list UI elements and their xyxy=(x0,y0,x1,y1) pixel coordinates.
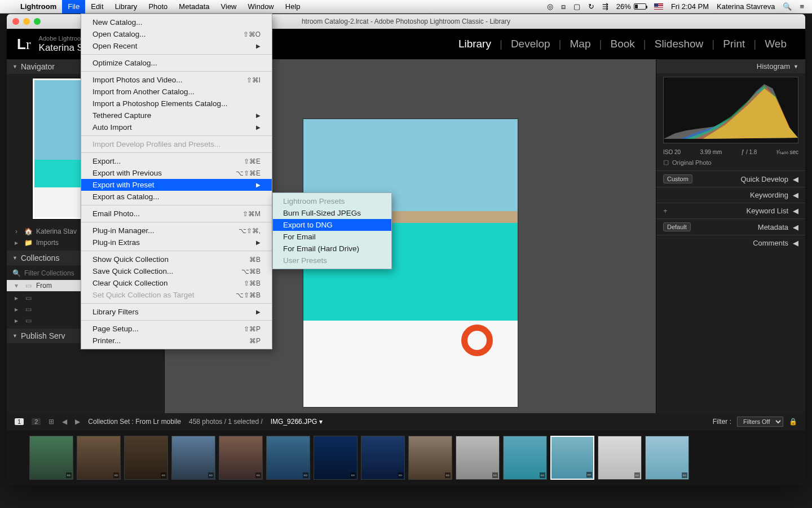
input-source-icon[interactable] xyxy=(654,3,663,10)
module-library[interactable]: Library xyxy=(450,38,500,50)
source-path[interactable]: Collection Set : From Lr mobile xyxy=(88,418,181,426)
keyword-list-header[interactable]: +Keyword List◀ xyxy=(656,203,805,218)
menu-import-pse-catalog[interactable]: Import a Photoshop Elements Catalog... xyxy=(81,98,272,110)
menu-page-setup[interactable]: Page Setup...⇧⌘P xyxy=(81,323,272,335)
main-display-badge[interactable]: 1 xyxy=(15,418,24,425)
folder-icon: 📁 xyxy=(24,239,32,247)
metadata-header[interactable]: DefaultMetadata◀ xyxy=(656,218,805,235)
quick-develop-header[interactable]: CustomQuick Develop◀ xyxy=(656,170,805,187)
spotlight-icon[interactable]: 🔍 xyxy=(783,2,792,11)
histogram[interactable] xyxy=(663,77,798,143)
zoom-window-button[interactable] xyxy=(34,18,41,25)
filmstrip-thumbnail[interactable]: ▫▫ xyxy=(503,436,547,480)
menu-library-filters[interactable]: Library Filters▶ xyxy=(81,306,272,318)
menu-email-photo[interactable]: Email Photo...⇧⌘M xyxy=(81,208,272,220)
menu-optimize-catalog[interactable]: Optimize Catalog... xyxy=(81,57,272,69)
grid-icon[interactable]: ⊞ xyxy=(48,418,54,426)
notification-center-icon[interactable]: ≡ xyxy=(800,2,804,11)
filmstrip-thumbnail[interactable]: ▫▫ xyxy=(408,436,452,480)
profile-name: Katerina S xyxy=(39,42,86,54)
filmstrip-thumbnail[interactable]: ▫▫ xyxy=(77,436,121,480)
module-print[interactable]: Print xyxy=(714,38,753,50)
creative-cloud-icon[interactable]: ◎ xyxy=(547,2,553,11)
filter-lock-icon[interactable]: 🔒 xyxy=(789,418,797,426)
filmstrip-thumbnail[interactable]: ▫▫ xyxy=(124,436,168,480)
export-preset-submenu: Lightroom Presets Burn Full-Sized JPEGs … xyxy=(272,192,392,269)
disclosure-icon: ▼ xyxy=(793,64,798,69)
filmstrip-thumbnail[interactable]: ▫▫ xyxy=(361,436,405,480)
submenu-export-to-dng[interactable]: Export to DNG xyxy=(273,219,391,231)
histogram-header[interactable]: Histogram▼ xyxy=(656,59,805,73)
filmstrip-thumbnail[interactable]: ▫▫ xyxy=(314,436,358,480)
secondary-display-badge[interactable]: 2 xyxy=(32,418,41,425)
original-photo-toggle[interactable]: ▢Original Photo xyxy=(656,156,805,170)
filmstrip-thumbnail-selected[interactable]: ▫▫ xyxy=(550,436,594,480)
metadata-menu[interactable]: Metadata xyxy=(173,0,215,14)
menu-import-photos[interactable]: Import Photos and Video...⇧⌘I xyxy=(81,74,272,86)
filmstrip-thumbnail[interactable]: ▫▫ xyxy=(219,436,263,480)
module-slideshow[interactable]: Slideshow xyxy=(646,38,712,50)
photo-menu[interactable]: Photo xyxy=(143,0,173,14)
module-web[interactable]: Web xyxy=(756,38,795,50)
clock[interactable]: Fri 2:04 PM xyxy=(671,2,709,11)
filmstrip[interactable]: ▫▫ ▫▫ ▫▫ ▫▫ ▫▫ ▫▫ ▫▫ ▫▫ ▫▫ ▫▫ ▫▫ ▫▫ ▫▫ ▫… xyxy=(7,430,805,485)
submenu-for-email[interactable]: For Email xyxy=(273,231,391,243)
menu-open-recent[interactable]: Open Recent▶ xyxy=(81,40,272,52)
menu-save-quick-collection[interactable]: Save Quick Collection...⌥⌘B xyxy=(81,265,272,277)
minimize-window-button[interactable] xyxy=(23,18,30,25)
dropbox-icon[interactable]: ⧈ xyxy=(561,2,566,11)
menu-clear-quick-collection[interactable]: Clear Quick Collection⇧⌘B xyxy=(81,277,272,289)
menu-export-as-catalog[interactable]: Export as Catalog... xyxy=(81,191,272,203)
metadata-preset-select[interactable]: Default xyxy=(663,222,691,231)
plus-icon[interactable]: + xyxy=(663,207,668,215)
app-menu[interactable]: Lightroom xyxy=(15,0,62,14)
module-develop[interactable]: Develop xyxy=(502,38,559,50)
filmstrip-thumbnail[interactable]: ▫▫ xyxy=(266,436,310,480)
menu-new-catalog[interactable]: New Catalog... xyxy=(81,16,272,28)
submenu-burn-jpegs[interactable]: Burn Full-Sized JPEGs xyxy=(273,207,391,219)
module-book[interactable]: Book xyxy=(602,38,643,50)
module-map[interactable]: Map xyxy=(562,38,599,50)
help-menu[interactable]: Help xyxy=(280,0,306,14)
menu-open-catalog[interactable]: Open Catalog...⇧⌘O xyxy=(81,28,272,40)
filmstrip-thumbnail[interactable]: ▫▫ xyxy=(171,436,215,480)
selected-filename[interactable]: IMG_9266.JPG ▾ xyxy=(271,418,323,426)
menu-import-another-catalog[interactable]: Import from Another Catalog... xyxy=(81,86,272,98)
submenu-for-email-hard-drive[interactable]: For Email (Hard Drive) xyxy=(273,243,391,255)
battery-status[interactable]: 26% xyxy=(616,2,646,11)
quickdev-preset-select[interactable]: Custom xyxy=(663,174,692,183)
submenu-arrow-icon: ▶ xyxy=(256,239,261,246)
close-window-button[interactable] xyxy=(12,18,19,25)
filmstrip-thumbnail[interactable]: ▫▫ xyxy=(598,436,642,480)
menu-auto-import[interactable]: Auto Import▶ xyxy=(81,121,272,133)
menu-export-with-preset[interactable]: Export with Preset▶ xyxy=(81,179,272,191)
user-menu[interactable]: Katerina Stavreva xyxy=(717,2,775,11)
nav-forward-button[interactable]: ▶ xyxy=(75,418,80,426)
chevron-left-icon: ◀ xyxy=(793,207,798,215)
menu-tethered-capture[interactable]: Tethered Capture▶ xyxy=(81,110,272,121)
airplay-icon[interactable]: ▢ xyxy=(573,2,580,11)
view-menu[interactable]: View xyxy=(215,0,242,14)
library-menu[interactable]: Library xyxy=(109,0,143,14)
menu-plugin-manager[interactable]: Plug-in Manager...⌥⇧⌘, xyxy=(81,225,272,237)
filmstrip-thumbnail[interactable]: ▫▫ xyxy=(645,436,689,480)
edit-menu[interactable]: Edit xyxy=(85,0,109,14)
menu-export[interactable]: Export...⇧⌘E xyxy=(81,155,272,167)
menu-printer[interactable]: Printer...⌘P xyxy=(81,335,272,347)
keywording-header[interactable]: Keywording◀ xyxy=(656,187,805,203)
filmstrip-thumbnail[interactable]: ▫▫ xyxy=(29,436,73,480)
filmstrip-thumbnail[interactable]: ▫▫ xyxy=(456,436,500,480)
nav-back-button[interactable]: ◀ xyxy=(62,418,67,426)
histogram-meta: ISO 20 3.99 mm ƒ / 1.8 ¹⁄₆₄₀₀ sec xyxy=(656,147,805,156)
filter-select[interactable]: Filters Off xyxy=(737,417,783,427)
submenu-arrow-icon: ▶ xyxy=(256,124,261,130)
timemachine-icon[interactable]: ↻ xyxy=(588,2,594,11)
menu-show-quick-collection[interactable]: Show Quick Collection⌘B xyxy=(81,253,272,265)
menu-plugin-extras[interactable]: Plug-in Extras▶ xyxy=(81,237,272,248)
window-menu[interactable]: Window xyxy=(242,0,280,14)
comments-header[interactable]: Comments◀ xyxy=(656,235,805,251)
wifi-icon[interactable]: ⇶ xyxy=(602,2,608,11)
file-menu[interactable]: File xyxy=(62,0,85,14)
menu-export-previous[interactable]: Export with Previous⌥⇧⌘E xyxy=(81,167,272,179)
module-picker: Library| Develop| Map| Book| Slideshow| … xyxy=(450,38,805,50)
